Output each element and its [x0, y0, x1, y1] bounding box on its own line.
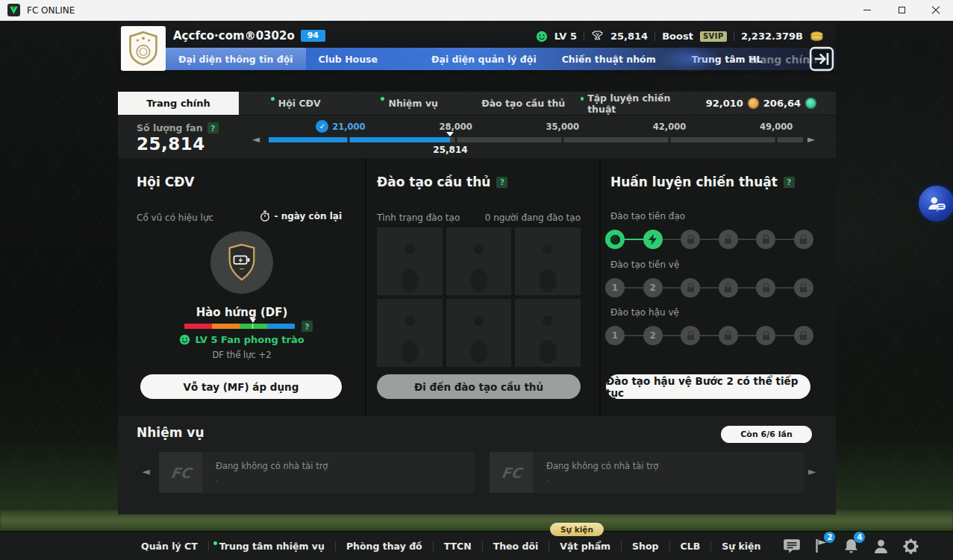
missions-remaining-badge: Còn 6/6 lần — [721, 426, 812, 443]
notifications-button[interactable]: 4 — [841, 536, 861, 556]
profile-button[interactable] — [871, 536, 891, 556]
training-slot[interactable] — [515, 227, 581, 295]
midfielder-training-track: 1 2 — [605, 278, 813, 298]
sponsor-scroll-left-icon[interactable]: ◄ — [142, 465, 150, 477]
svip-badge: SVIP — [700, 31, 727, 42]
missions-panel: Nhiệm vụ Còn 6/6 lần ◄ FC Đang không có … — [118, 416, 836, 515]
step-connector — [625, 335, 643, 336]
sponsor-scroll-right-icon[interactable]: ► — [808, 465, 816, 477]
lock-icon — [725, 239, 731, 244]
menu-item-follow[interactable]: Theo dõi — [483, 541, 549, 552]
lock-icon — [800, 239, 807, 244]
milestone-label: 49,000 — [760, 122, 793, 132]
tab-currencies: 92,010 206,64 — [694, 92, 836, 115]
nav-item-club-house[interactable]: Club House — [306, 48, 391, 70]
fan-level-text: LV 5 Fan phong trào — [195, 334, 304, 345]
menu-item-events[interactable]: Sự kiện — [711, 541, 771, 552]
mood-marker — [250, 318, 256, 323]
step-node-complete[interactable] — [605, 230, 625, 249]
step-connector — [700, 239, 719, 240]
milestone-scroll-left-icon[interactable]: ◄ — [252, 133, 260, 145]
training-slot[interactable] — [515, 299, 581, 367]
step-connector — [775, 335, 794, 336]
mood-gauge-bar — [184, 324, 295, 329]
sponsor-logo: FC — [159, 452, 202, 493]
window-minimize-button[interactable] — [850, 0, 884, 21]
menu-item-ct-manage[interactable]: Quản lý CT — [131, 541, 208, 552]
nav-item-team-info[interactable]: Đại diện thông tin đội — [166, 48, 306, 70]
menu-item-locker-room[interactable]: Phòng thay đồ — [336, 541, 433, 552]
step-node-1[interactable]: 1 — [605, 278, 625, 298]
lock-icon — [800, 335, 807, 340]
training-slot[interactable] — [377, 299, 443, 367]
step-node-active[interactable] — [643, 230, 663, 249]
fan-trophy-icon — [591, 30, 604, 43]
menu-item-clb[interactable]: CLB — [670, 541, 711, 552]
step-node-2[interactable]: 2 — [643, 278, 663, 298]
tab-tactic-training[interactable]: Tập luyện chiến thuật — [581, 92, 695, 115]
training-slot[interactable] — [377, 227, 443, 295]
help-icon[interactable]: ? — [301, 321, 313, 332]
header-stats: LV 5 25,814 Boost SVIP 2,232.379B — [536, 30, 824, 43]
menu-item-mission-center[interactable]: Trung tâm nhiệm vụ — [209, 541, 335, 552]
continue-defender-training-button[interactable]: Đào tạo hậu vệ Bước 2 có thể tiếp tục — [606, 374, 810, 399]
tab-missions[interactable]: Nhiệm vụ — [353, 92, 467, 115]
exit-button[interactable] — [809, 46, 834, 72]
menu-item-items[interactable]: Vật phẩm — [549, 541, 621, 552]
current-fans-marker — [446, 132, 454, 136]
community-floating-button[interactable] — [919, 186, 953, 221]
divider — [365, 158, 366, 416]
menu-item-ttcn[interactable]: TTCN — [434, 541, 482, 552]
step-connector — [700, 287, 719, 289]
cheer-active-label: Cổ vũ có hiệu lực — [137, 213, 213, 223]
step-connector — [625, 239, 643, 240]
button-label: Vỗ tay (MF) áp dụng — [184, 381, 299, 393]
lock-icon — [725, 287, 731, 292]
menu-item-shop[interactable]: Shop — [622, 541, 669, 552]
step-node-locked — [681, 326, 700, 345]
help-icon[interactable]: ? — [784, 177, 795, 188]
tab-home[interactable]: Trang chính — [118, 92, 239, 115]
menu-label: Theo dõi — [493, 541, 539, 552]
sponsor-status-text: Đang không có nhà tài trợ — [216, 461, 328, 471]
window-close-button[interactable] — [919, 0, 953, 21]
currency-orange-value: 92,010 — [706, 98, 743, 109]
step-node-locked — [719, 326, 738, 345]
nav-item-team-tactics[interactable]: Chiến thuật nhóm — [549, 48, 669, 70]
window-titlebar: FC ONLINE — [0, 0, 953, 21]
fan-count-label-row: Số lượng fan ? — [137, 122, 219, 133]
step-connector — [663, 335, 681, 336]
sponsor-card[interactable]: FC Đang không có nhà tài trợ - — [159, 452, 474, 493]
milestone-tick — [348, 137, 350, 142]
step-node-1[interactable]: 1 — [605, 326, 625, 345]
step-connector — [663, 287, 681, 289]
training-slot[interactable] — [446, 227, 512, 295]
milestone-scroll-right-icon[interactable]: ► — [807, 133, 815, 145]
step-connector — [738, 239, 757, 240]
step-node-locked — [794, 326, 813, 345]
tab-player-training[interactable]: Đào tạo cầu thủ — [466, 92, 581, 115]
help-icon[interactable]: ? — [207, 122, 219, 133]
header-nav: Đại diện thông tin đội Club House Đại di… — [166, 48, 836, 70]
apply-cheer-button[interactable]: Vỗ tay (MF) áp dụng — [140, 374, 342, 399]
midfielder-training-label: Đào tạo tiền vệ — [610, 259, 679, 270]
club-crest[interactable] — [121, 26, 166, 71]
sponsor-card[interactable]: FC Đang không có nhà tài trợ - — [490, 452, 804, 493]
nav-item-team-manage[interactable]: Đại diện quản lý đội — [419, 48, 549, 70]
cheer-buff-emblem[interactable] — [210, 231, 273, 294]
nav-label: Đại diện quản lý đội — [431, 54, 537, 65]
divider — [584, 31, 584, 41]
settings-button[interactable] — [901, 536, 921, 556]
chat-button[interactable] — [781, 536, 802, 556]
help-icon[interactable]: ? — [496, 177, 507, 188]
tab-fanclub[interactable]: Hội CĐV — [239, 92, 353, 115]
training-slot[interactable] — [446, 299, 512, 367]
window-maximize-button[interactable] — [884, 0, 919, 21]
battery-shield-icon — [225, 243, 259, 282]
step-node-2[interactable]: 2 — [643, 326, 663, 345]
go-to-training-button[interactable]: Đi đến đào tạo cầu thủ — [377, 374, 581, 399]
fc-online-logo-icon — [7, 4, 20, 16]
club-flag-button[interactable]: 2 — [811, 536, 831, 556]
home-watermark: Trang chính — [749, 54, 817, 66]
mood-segment-red — [184, 324, 212, 329]
